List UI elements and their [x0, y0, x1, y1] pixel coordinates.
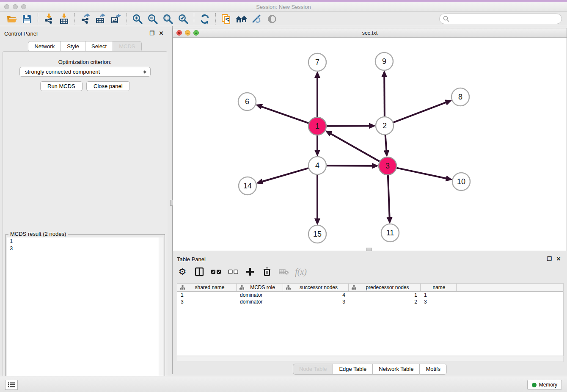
tab-network[interactable]: Network [28, 41, 61, 52]
export-image-icon[interactable] [110, 13, 122, 25]
tab-mcds[interactable]: MCDS [113, 41, 141, 52]
column-header-predecessor-nodes[interactable]: predecessor nodes [349, 284, 421, 291]
table-row[interactable]: 1 dominator 4 1 1 [177, 292, 563, 298]
toolbar-separator [74, 13, 75, 25]
save-session-icon[interactable] [21, 13, 33, 25]
close-panel-icon[interactable]: ✕ [158, 30, 165, 37]
run-mcds-button[interactable]: Run MCDS [40, 81, 83, 91]
optimization-criterion-label: Optimization criterion: [3, 59, 167, 65]
network-canvas[interactable]: 7968124314101511 [173, 38, 567, 251]
graph-node-14[interactable]: 14 [239, 177, 256, 195]
panel-splitter[interactable] [170, 26, 173, 374]
function-builder-icon: f(x) [295, 266, 306, 278]
graph-edge-4-14[interactable] [262, 168, 309, 182]
result-line: 1 [7, 237, 163, 245]
graph-node-label: 11 [386, 229, 394, 237]
search-input[interactable] [451, 16, 561, 22]
cell-predecessor-nodes[interactable]: 2 [349, 298, 421, 305]
column-edit-icon [286, 285, 291, 290]
column-header-successor-nodes[interactable]: successor nodes [283, 284, 349, 291]
graph-node-10[interactable]: 10 [452, 173, 470, 190]
graph-edge-1-6[interactable] [261, 107, 309, 124]
graph-node-8[interactable]: 8 [451, 88, 469, 106]
open-file-icon[interactable] [6, 13, 18, 25]
settings-gear-icon[interactable]: ⚙ [177, 266, 188, 278]
tab-node-table[interactable]: Node Table [293, 364, 333, 375]
cell-name[interactable]: 3 [421, 298, 457, 305]
close-panel-button[interactable]: Close panel [86, 81, 130, 91]
export-table-icon[interactable] [94, 13, 107, 25]
graph-node-11[interactable]: 11 [381, 224, 399, 242]
delete-column-icon [278, 266, 289, 278]
graph-edge-1-2[interactable] [326, 126, 370, 126]
delete-row-icon[interactable] [261, 266, 272, 278]
search-icon [443, 16, 449, 22]
duplicate-network-icon[interactable] [220, 13, 233, 25]
graph-edge-4-3[interactable] [326, 166, 373, 166]
graph-node-3[interactable]: 3 [379, 157, 396, 175]
task-history-button[interactable] [5, 380, 18, 390]
cell-successor-nodes[interactable]: 3 [283, 298, 349, 305]
table-horizontal-scrollbar[interactable] [177, 356, 564, 362]
column-header-name[interactable]: name [421, 284, 457, 291]
apply-layout-icon[interactable] [198, 13, 211, 25]
deselect-all-checks-icon[interactable] [228, 266, 239, 278]
graph-node-15[interactable]: 15 [308, 225, 326, 243]
bird-eye-view-icon[interactable] [266, 13, 278, 25]
graph-node-9[interactable]: 9 [375, 52, 393, 70]
cell-shared-name[interactable]: 3 [177, 298, 237, 305]
graph-edge-3-1[interactable] [330, 133, 380, 161]
zoom-out-icon[interactable] [146, 13, 159, 25]
import-table-icon[interactable] [58, 13, 70, 25]
optimization-criterion-select[interactable]: strongly connected component [19, 67, 151, 77]
import-network-icon[interactable] [42, 13, 55, 25]
graph-edge-2-9[interactable] [384, 76, 385, 117]
graph-edge-3-11[interactable] [388, 175, 390, 218]
network-graph[interactable]: 7968124314101511 [173, 38, 567, 251]
network-window-titlebar[interactable]: ✕ − + scc.txt [173, 28, 567, 38]
first-neighbors-icon[interactable] [235, 13, 248, 25]
cell-successor-nodes[interactable]: 4 [283, 292, 349, 298]
column-header-mcds-role[interactable]: MCDS role [237, 284, 283, 291]
cell-mcds-role[interactable]: dominator [237, 292, 283, 298]
zoom-in-icon[interactable] [131, 13, 144, 25]
cell-shared-name[interactable]: 1 [177, 292, 237, 298]
mcds-result-text[interactable]: 1 3 [7, 237, 163, 392]
graph-edge-2-8[interactable] [393, 102, 447, 122]
cell-mcds-role[interactable]: dominator [237, 298, 283, 305]
graph-edge-3-10[interactable] [396, 168, 447, 178]
cell-predecessor-nodes[interactable]: 1 [349, 292, 421, 298]
tab-edge-table[interactable]: Edge Table [333, 364, 372, 375]
graph-node-label: 9 [382, 57, 386, 66]
graph-edge-2-3[interactable] [385, 135, 387, 151]
control-panel-tabs: NetworkStyleSelectMCDS [0, 41, 170, 52]
close-table-panel-icon[interactable]: ✕ [555, 256, 562, 262]
float-table-panel-icon[interactable]: ❐ [546, 256, 553, 262]
tab-style[interactable]: Style [61, 41, 85, 52]
graph-node-1[interactable]: 1 [308, 117, 326, 135]
toolbar-separator [194, 13, 194, 25]
column-header-shared-name[interactable]: shared name [177, 284, 237, 291]
tab-network-table[interactable]: Network Table [372, 364, 419, 375]
float-panel-icon[interactable]: ❐ [149, 30, 155, 37]
tab-motifs[interactable]: Motifs [419, 364, 447, 375]
select-all-checks-icon[interactable] [211, 266, 222, 278]
network-view-window: ✕ − + scc.txt 7968124314101511 [173, 28, 567, 251]
network-resize-grip[interactable] [366, 248, 372, 251]
graph-node-4[interactable]: 4 [308, 157, 326, 174]
result-scrollbar[interactable] [159, 237, 163, 392]
export-network-icon[interactable] [79, 13, 92, 25]
memory-button[interactable]: Memory [527, 380, 562, 390]
zoom-fit-icon[interactable] [162, 13, 174, 25]
show-graphics-details-icon[interactable] [250, 13, 263, 25]
global-search[interactable] [439, 14, 562, 24]
column-visibility-icon[interactable] [194, 266, 205, 278]
graph-node-7[interactable]: 7 [308, 53, 326, 71]
cell-name[interactable]: 1 [421, 292, 457, 298]
graph-node-6[interactable]: 6 [238, 93, 256, 110]
tab-select[interactable]: Select [85, 41, 113, 52]
add-row-icon[interactable] [245, 266, 256, 278]
table-row[interactable]: 3 dominator 3 2 3 [177, 298, 563, 305]
graph-node-2[interactable]: 2 [376, 117, 394, 135]
zoom-selected-icon[interactable] [177, 13, 190, 25]
